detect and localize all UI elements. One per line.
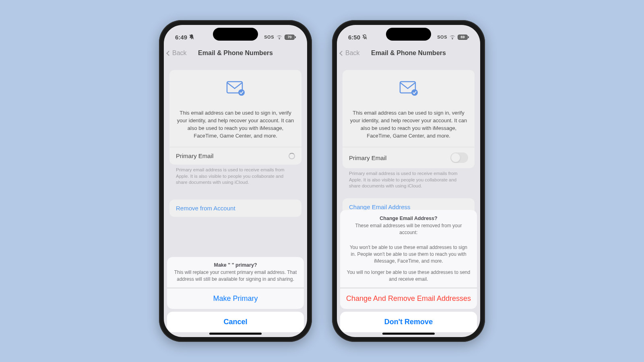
battery-icon: 69 [458,35,469,40]
silent-bell-icon [362,34,367,40]
home-indicator[interactable] [209,333,262,335]
alert-title: Change Email Address? [347,216,471,221]
alert-sheet: Change Email Address? These email addres… [340,210,477,332]
home-indicator[interactable] [382,333,435,335]
alert-message-3: You will no longer be able to use these … [347,269,471,283]
status-time: 6:50 [348,34,360,41]
change-and-remove-button[interactable]: Change And Remove Email Addresses [340,288,477,309]
dont-remove-button[interactable]: Don't Remove [340,312,477,332]
wifi-icon [449,35,456,39]
dynamic-island [386,28,431,41]
action-sheet: Make " " primary? This will replace your… [167,257,304,332]
make-primary-button[interactable]: Make Primary [167,288,304,309]
silent-bell-icon [189,34,194,40]
dynamic-island [213,28,258,41]
phone-left: 6:49 SOS 70 Back Email & P [159,20,312,342]
phone-right: 6:50 SOS 69 Back Email & P [332,20,485,342]
sheet-title: Make " " primary? [173,262,297,268]
cancel-button[interactable]: Cancel [167,312,304,332]
status-time: 6:49 [175,34,187,41]
sheet-message: This will replace your current primary e… [173,269,297,283]
sos-label: SOS [264,35,274,39]
alert-message-2: You won't be able to use these email add… [347,244,471,264]
alert-message-1: These email addresses will be removed fr… [347,222,471,236]
sos-label: SOS [437,35,447,39]
battery-icon: 70 [285,35,296,40]
wifi-icon [276,35,283,39]
